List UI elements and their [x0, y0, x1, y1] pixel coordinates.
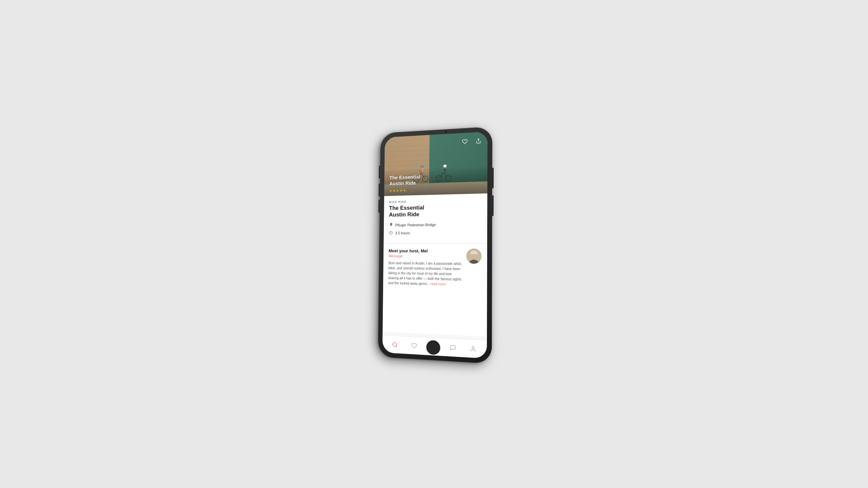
- svg-rect-30: [434, 344, 436, 346]
- home-button[interactable]: [426, 340, 440, 355]
- svg-rect-29: [431, 344, 433, 346]
- svg-point-12: [445, 175, 451, 181]
- read-more-link[interactable]: read more: [430, 282, 446, 286]
- hero-stars: ★ ★ ★ ★ ★: [389, 188, 406, 192]
- star-1: ★: [389, 189, 392, 193]
- svg-rect-32: [433, 347, 435, 349]
- svg-line-28: [396, 346, 397, 347]
- phone-screen: The Essential Austin Ride ★ ★ ★ ★ ★: [382, 131, 488, 359]
- duration-row: 3.5 hours: [389, 230, 482, 236]
- location-text: Pfluger Pedestrian Bridge: [395, 223, 436, 227]
- screen-content: The Essential Austin Ride ★ ★ ★ ★ ★: [382, 131, 487, 337]
- nav-trips[interactable]: [427, 340, 439, 353]
- nav-saved[interactable]: [408, 339, 420, 352]
- svg-point-25: [471, 252, 477, 258]
- hero-title: The Essential Austin Ride: [389, 174, 420, 187]
- svg-rect-31: [431, 347, 433, 349]
- nav-explore[interactable]: [389, 338, 401, 351]
- phone-body: The Essential Austin Ride ★ ★ ★ ★ ★: [378, 126, 493, 364]
- category-label: BIKE RIDE: [389, 198, 482, 204]
- location-icon: [389, 222, 393, 228]
- share-button[interactable]: [474, 136, 484, 146]
- nav-messages[interactable]: [447, 341, 459, 354]
- svg-point-24: [471, 250, 477, 256]
- phone-speaker: [428, 131, 441, 134]
- bottom-navigation: [382, 335, 487, 359]
- host-section: Meet your host, Mel Message Born and rai…: [383, 243, 487, 292]
- duration-text: 3.5 hours: [395, 231, 410, 235]
- hero-action-icons: [460, 136, 484, 147]
- favorite-button[interactable]: [460, 137, 470, 146]
- location-row: Pfluger Pedestrian Bridge: [389, 221, 482, 228]
- star-4: ★: [400, 189, 403, 192]
- phone-device: The Essential Austin Ride ★ ★ ★ ★ ★: [378, 126, 493, 364]
- host-bio: Born and raised in Austin, I am a passio…: [388, 261, 462, 287]
- detail-title: The Essential Austin Ride: [389, 203, 482, 219]
- hero-image: The Essential Austin Ride ★ ★ ★ ★ ★: [384, 131, 488, 196]
- clock-icon: [389, 231, 393, 236]
- svg-point-33: [472, 346, 474, 349]
- star-2: ★: [393, 189, 396, 192]
- host-name: Meet your host, Mel: [389, 248, 462, 253]
- star-5: ★: [403, 188, 406, 192]
- nav-profile[interactable]: [467, 342, 479, 355]
- svg-point-26: [471, 251, 477, 254]
- svg-point-23: [466, 248, 481, 264]
- detail-content: BIKE RIDE The Essential Austin Ride Pflu…: [383, 194, 487, 243]
- message-link[interactable]: Message: [389, 254, 462, 258]
- star-3: ★: [396, 189, 399, 192]
- host-avatar: [466, 248, 481, 264]
- host-info: Meet your host, Mel Message Born and rai…: [388, 248, 462, 287]
- phone-camera: [445, 130, 447, 133]
